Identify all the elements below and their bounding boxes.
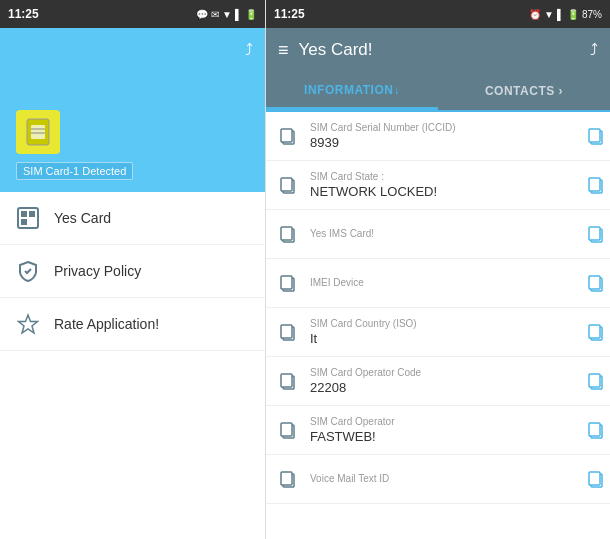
info-label-4: SIM Card Country (ISO) (310, 318, 574, 329)
copy-icon-left-5[interactable] (274, 367, 302, 395)
rate-application-label: Rate Application! (54, 316, 159, 332)
tab-contacts-label: CONTACTS › (485, 84, 563, 98)
signal-icon: ▌ (235, 9, 242, 20)
info-value-5: 22208 (310, 380, 574, 395)
copy-icon-right-1[interactable] (582, 171, 610, 199)
time-left: 11:25 (8, 7, 39, 21)
svg-rect-38 (281, 472, 292, 485)
info-label-5: SIM Card Operator Code (310, 367, 574, 378)
svg-rect-18 (281, 227, 292, 240)
copy-icon-right-0[interactable] (582, 122, 610, 150)
copy-icon-left-3[interactable] (274, 269, 302, 297)
copy-icon-right-7[interactable] (582, 465, 610, 493)
info-value-1: NETWORK LOCKED! (310, 184, 574, 199)
sim-icon (16, 110, 60, 154)
svg-rect-24 (589, 276, 600, 289)
svg-rect-30 (281, 374, 292, 387)
info-label-7: Voice Mail Text ID (310, 473, 574, 484)
clock-icon: ⏰ (529, 9, 541, 20)
info-content-5: SIM Card Operator Code 22208 (310, 367, 574, 395)
share-icon-left[interactable]: ⤴ (245, 41, 253, 59)
left-top-bar: ⤴ (0, 28, 265, 72)
status-bar-left: 11:25 💬 ✉ ▼ ▌ 🔋 (0, 0, 265, 28)
tab-information-label: INFORMATION↓ (304, 83, 400, 97)
info-content-7: Voice Mail Text ID (310, 473, 574, 486)
tab-contacts[interactable]: CONTACTS › (438, 72, 610, 110)
left-panel: 11:25 💬 ✉ ▼ ▌ 🔋 ⤴ SIM Card-1 Detected (0, 0, 265, 539)
copy-icon-right-4[interactable] (582, 318, 610, 346)
svg-rect-28 (589, 325, 600, 338)
sim-detected-area: SIM Card-1 Detected (0, 72, 265, 192)
info-value-0: 8939 (310, 135, 574, 150)
info-item-operator-code: SIM Card Operator Code 22208 (266, 357, 610, 406)
info-item-operator: SIM Card Operator FASTWEB! (266, 406, 610, 455)
copy-icon-left-4[interactable] (274, 318, 302, 346)
mail-icon: ✉ (211, 9, 219, 20)
right-panel: 11:25 ⏰ ▼ ▌ 🔋 87% ≡ Yes Card! ⤴ INFORMAT… (265, 0, 610, 539)
info-item-voicemail: Voice Mail Text ID (266, 455, 610, 504)
status-icons-right: ⏰ ▼ ▌ 🔋 87% (529, 9, 602, 20)
share-icon-header[interactable]: ⤴ (590, 41, 598, 59)
info-content-1: SIM Card State : NETWORK LOCKED! (310, 171, 574, 199)
copy-icon-left-0[interactable] (274, 122, 302, 150)
info-value-6: FASTWEB! (310, 429, 574, 444)
info-content-4: SIM Card Country (ISO) It (310, 318, 574, 346)
svg-rect-14 (281, 178, 292, 191)
svg-marker-8 (19, 315, 38, 333)
status-bar-right: 11:25 ⏰ ▼ ▌ 🔋 87% (266, 0, 610, 28)
tab-information[interactable]: INFORMATION↓ (266, 72, 438, 110)
info-label-1: SIM Card State : (310, 171, 574, 182)
wifi-icon-right: ▼ (544, 9, 554, 20)
info-item-state: SIM Card State : NETWORK LOCKED! (266, 161, 610, 210)
time-right: 11:25 (274, 7, 305, 21)
info-label-6: SIM Card Operator (310, 416, 574, 427)
copy-icon-right-3[interactable] (582, 269, 610, 297)
status-icons-left: 💬 ✉ ▼ ▌ 🔋 (196, 9, 257, 20)
svg-rect-12 (589, 129, 600, 142)
battery-icon-right: 🔋 (567, 9, 579, 20)
info-label-0: SIM Card Serial Number (ICCID) (310, 122, 574, 133)
svg-rect-32 (589, 374, 600, 387)
copy-icon-right-5[interactable] (582, 367, 610, 395)
svg-rect-20 (589, 227, 600, 240)
info-item-iccid: SIM Card Serial Number (ICCID) 8939 (266, 112, 610, 161)
signal-icon-right: ▌ (557, 9, 564, 20)
nav-item-privacy-policy[interactable]: Privacy Policy (0, 245, 265, 298)
privacy-icon (16, 259, 40, 283)
copy-icon-right-6[interactable] (582, 416, 610, 444)
app-title: Yes Card! (299, 40, 580, 60)
yes-card-label: Yes Card (54, 210, 111, 226)
info-item-country: SIM Card Country (ISO) It (266, 308, 610, 357)
copy-icon-left-7[interactable] (274, 465, 302, 493)
battery-percent: 87% (582, 9, 602, 20)
svg-rect-40 (589, 472, 600, 485)
info-content-3: IMEI Device (310, 277, 574, 290)
svg-rect-6 (29, 211, 35, 217)
svg-rect-22 (281, 276, 292, 289)
hamburger-icon[interactable]: ≡ (278, 40, 289, 61)
copy-icon-left-6[interactable] (274, 416, 302, 444)
info-label-2: Yes IMS Card! (310, 228, 574, 239)
battery-icon-left: 🔋 (245, 9, 257, 20)
nav-item-rate-application[interactable]: Rate Application! (0, 298, 265, 351)
wifi-icon: ▼ (222, 9, 232, 20)
info-item-ims: Yes IMS Card! (266, 210, 610, 259)
svg-rect-34 (281, 423, 292, 436)
nav-item-yes-card[interactable]: Yes Card (0, 192, 265, 245)
rate-icon (16, 312, 40, 336)
info-value-4: It (310, 331, 574, 346)
copy-icon-left-2[interactable] (274, 220, 302, 248)
copy-icon-left-1[interactable] (274, 171, 302, 199)
tab-bar: INFORMATION↓ CONTACTS › (266, 72, 610, 112)
copy-icon-right-2[interactable] (582, 220, 610, 248)
sim-detected-badge: SIM Card-1 Detected (16, 162, 133, 180)
svg-rect-36 (589, 423, 600, 436)
svg-rect-26 (281, 325, 292, 338)
app-header: ≡ Yes Card! ⤴ (266, 28, 610, 72)
info-list: SIM Card Serial Number (ICCID) 8939 SIM … (266, 112, 610, 539)
yes-card-icon (16, 206, 40, 230)
svg-rect-7 (21, 219, 27, 225)
info-content-6: SIM Card Operator FASTWEB! (310, 416, 574, 444)
privacy-policy-label: Privacy Policy (54, 263, 141, 279)
svg-rect-5 (21, 211, 27, 217)
